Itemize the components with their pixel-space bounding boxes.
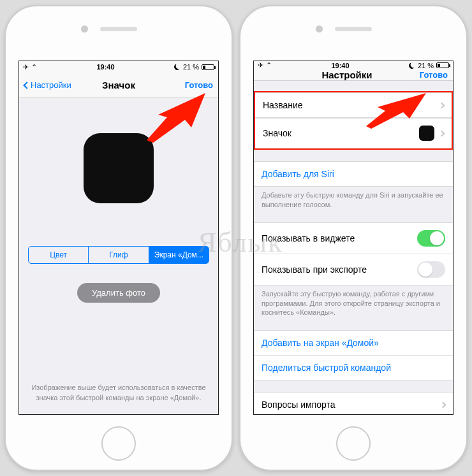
toggle-export[interactable] xyxy=(417,261,445,278)
chevron-left-icon xyxy=(23,82,30,89)
row-add-home[interactable]: Добавить на экран «Домой» xyxy=(254,330,453,356)
nav-bar: Настройки Готово xyxy=(254,69,453,81)
screen-settings: ✈⌃ 19:40 21 % Настройки Готово Название … xyxy=(253,61,454,415)
clock: 19:40 xyxy=(331,62,349,69)
svg-marker-0 xyxy=(147,93,205,143)
row-share[interactable]: Поделиться быстрой командой xyxy=(254,356,453,380)
phone-left: ✈⌃ 19:40 21 % Настройки Значок Готово Цв… xyxy=(4,5,233,471)
chevron-right-icon xyxy=(439,130,445,136)
svg-marker-1 xyxy=(366,93,426,129)
battery-icon xyxy=(436,62,449,68)
seg-color[interactable]: Цвет xyxy=(29,247,89,263)
phone-right: ✈⌃ 19:40 21 % Настройки Готово Название … xyxy=(239,5,468,471)
dnd-icon xyxy=(408,61,417,70)
row-show-export[interactable]: Показывать при экспорте xyxy=(254,254,453,285)
delete-photo-button[interactable]: Удалить фото xyxy=(77,283,160,303)
row-show-widget[interactable]: Показывать в виджете xyxy=(254,222,453,254)
home-button[interactable] xyxy=(101,426,136,461)
front-camera xyxy=(316,25,323,32)
chevron-right-icon xyxy=(440,401,446,408)
icon-preview[interactable] xyxy=(84,133,154,203)
clock: 19:40 xyxy=(96,63,114,71)
screen-icon-editor: ✈⌃ 19:40 21 % Настройки Значок Готово Цв… xyxy=(18,61,219,415)
status-bar: ✈⌃ 19:40 21 % xyxy=(19,61,218,73)
home-button[interactable] xyxy=(336,426,371,461)
annotation-arrow xyxy=(147,92,208,143)
wifi-icon: ⌃ xyxy=(266,61,272,69)
speaker xyxy=(100,27,137,31)
battery-icon xyxy=(202,64,214,70)
battery-percent: 21 % xyxy=(183,63,199,71)
segmented-control[interactable]: Цвет Глиф Экран «Дом... xyxy=(28,246,209,264)
front-camera xyxy=(81,25,88,32)
done-button[interactable]: Готово xyxy=(162,80,213,90)
nav-title: Значок xyxy=(102,80,135,90)
airplane-icon: ✈ xyxy=(258,61,263,69)
battery-percent: 21 % xyxy=(418,62,434,69)
done-button[interactable]: Готово xyxy=(397,70,448,80)
footer-note: Изображение выше будет использоваться в … xyxy=(19,375,218,414)
annotation-arrow xyxy=(366,92,427,129)
airplane-icon: ✈ xyxy=(23,63,29,71)
status-bar: ✈⌃ 19:40 21 % xyxy=(254,61,453,69)
toggle-widget[interactable] xyxy=(417,230,445,247)
dnd-icon xyxy=(173,62,182,71)
seg-home-screen[interactable]: Экран «Дом... xyxy=(149,247,209,263)
wifi-icon: ⌃ xyxy=(31,63,37,71)
seg-glyph[interactable]: Глиф xyxy=(89,247,149,263)
back-button[interactable]: Настройки xyxy=(24,80,75,90)
row-add-siri[interactable]: Добавить для Siri xyxy=(254,161,453,187)
row-import-questions[interactable]: Вопросы импорта xyxy=(254,392,453,415)
nav-title: Настройки xyxy=(321,69,372,80)
speaker xyxy=(335,27,372,31)
export-note: Запускайте эту быструю команду, работая … xyxy=(254,285,453,319)
chevron-right-icon xyxy=(439,102,445,108)
siri-note: Добавьте эту быструю команду для Siri и … xyxy=(254,187,453,211)
